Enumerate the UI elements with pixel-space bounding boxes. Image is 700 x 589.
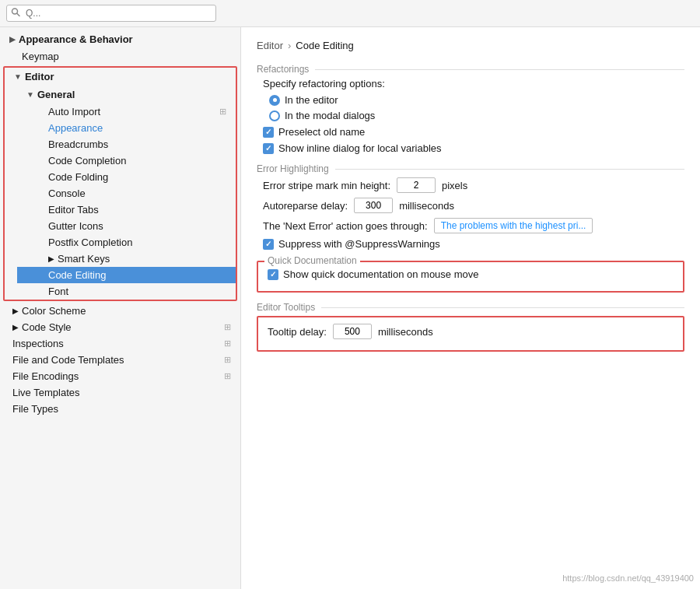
next-error-label: The 'Next Error' action goes through: bbox=[263, 220, 428, 232]
search-icon bbox=[11, 8, 20, 19]
tooltip-delay-row: Tooltip delay: milliseconds bbox=[268, 324, 674, 339]
autoreparse-unit: milliseconds bbox=[399, 200, 454, 212]
show-inline-label[interactable]: Show inline dialog for local variables bbox=[263, 142, 442, 154]
main-layout: ▶ Appearance & Behavior Keymap ▼ Editor … bbox=[0, 27, 700, 589]
next-error-dropdown[interactable]: The problems with the highest pri... bbox=[434, 218, 593, 233]
arrow-down-icon-general: ▼ bbox=[26, 90, 34, 99]
copy-icon-inspections: ⊞ bbox=[224, 338, 231, 349]
general-section: ▼ General Auto Import ⊞ Appearance Bread… bbox=[5, 86, 236, 300]
arrow-down-icon: ▼ bbox=[14, 72, 22, 81]
suppress-label[interactable]: Suppress with @SuppressWarnings bbox=[263, 238, 440, 250]
sidebar-item-code-folding[interactable]: Code Folding bbox=[17, 169, 236, 185]
autoreparse-row: Autoreparse delay: milliseconds bbox=[263, 198, 684, 213]
content-area: Editor › Code Editing Refactorings Speci… bbox=[241, 27, 700, 589]
show-quick-doc-label[interactable]: Show quick documentation on mouse move bbox=[268, 268, 478, 280]
suppress-checkbox[interactable] bbox=[263, 239, 274, 250]
sidebar-item-live-templates[interactable]: Live Templates bbox=[0, 384, 240, 401]
sidebar-item-color-scheme[interactable]: ▶ Color Scheme bbox=[0, 303, 240, 319]
sidebar-item-keymap[interactable]: Keymap bbox=[0, 48, 240, 65]
copy-icon-file-encodings: ⊞ bbox=[224, 371, 231, 381]
radio-group: In the editor In the modal dialogs bbox=[269, 94, 684, 121]
sidebar-item-file-encodings[interactable]: File Encodings ⊞ bbox=[0, 368, 240, 384]
editor-section: ▼ Editor ▼ General Auto Import ⊞ Appeara… bbox=[3, 66, 237, 301]
sidebar-item-code-style[interactable]: ▶ Code Style ⊞ bbox=[0, 319, 240, 335]
breadcrumb-parent: Editor bbox=[257, 40, 283, 51]
radio-btn-modal[interactable] bbox=[269, 110, 280, 121]
sidebar-item-font[interactable]: Font bbox=[17, 283, 236, 300]
suppress-row: Suppress with @SuppressWarnings bbox=[263, 238, 684, 250]
arrow-code-style-icon: ▶ bbox=[12, 323, 19, 331]
search-bar bbox=[0, 0, 700, 27]
sidebar-item-general[interactable]: ▼ General bbox=[17, 86, 236, 103]
error-stripe-label: Error stripe mark min height: bbox=[263, 180, 390, 191]
search-input[interactable] bbox=[6, 5, 216, 22]
tooltip-delay-input[interactable] bbox=[333, 324, 372, 339]
watermark: https://blog.csdn.net/qq_43919400 bbox=[562, 573, 694, 583]
refactorings-label: Refactorings bbox=[257, 64, 684, 75]
sidebar-item-postfix-completion[interactable]: Postfix Completion bbox=[17, 234, 236, 251]
sidebar-item-appearance[interactable]: Appearance bbox=[17, 120, 236, 136]
error-stripe-row: Error stripe mark min height: pixels bbox=[263, 177, 684, 193]
show-inline-checkbox[interactable] bbox=[263, 143, 274, 154]
arrow-smart-keys-icon: ▶ bbox=[48, 254, 54, 263]
sidebar-item-editor-tabs[interactable]: Editor Tabs bbox=[17, 202, 236, 218]
sidebar-label-appearance-behavior: Appearance & Behavior bbox=[19, 33, 133, 45]
copy-icon-code-style: ⊞ bbox=[224, 322, 231, 332]
sidebar-item-breadcrumbs[interactable]: Breadcrumbs bbox=[17, 136, 236, 153]
sidebar-item-gutter-icons[interactable]: Gutter Icons bbox=[17, 218, 236, 234]
quick-doc-section: Quick Documentation Show quick documenta… bbox=[257, 261, 684, 293]
sidebar-item-console[interactable]: Console bbox=[17, 185, 236, 202]
search-wrapper bbox=[6, 5, 216, 22]
sidebar: ▶ Appearance & Behavior Keymap ▼ Editor … bbox=[0, 27, 241, 589]
radio-in-editor[interactable]: In the editor bbox=[269, 94, 684, 106]
next-error-row: The 'Next Error' action goes through: Th… bbox=[263, 218, 684, 233]
error-highlighting-label: Error Highlighting bbox=[257, 163, 684, 174]
radio-in-modal[interactable]: In the modal dialogs bbox=[269, 110, 684, 121]
sidebar-item-smart-keys[interactable]: ▶ Smart Keys bbox=[17, 251, 236, 267]
preselect-label[interactable]: Preselect old name bbox=[263, 126, 365, 138]
sidebar-item-code-completion[interactable]: Code Completion bbox=[17, 153, 236, 169]
sidebar-item-auto-import[interactable]: Auto Import ⊞ bbox=[17, 103, 236, 120]
error-stripe-input[interactable] bbox=[397, 177, 436, 193]
preselect-row: Preselect old name bbox=[263, 126, 684, 138]
arrow-icon: ▶ bbox=[9, 35, 16, 44]
tooltip-delay-unit: milliseconds bbox=[378, 326, 433, 338]
copy-icon-file-templates: ⊞ bbox=[224, 355, 231, 365]
show-quick-doc-checkbox[interactable] bbox=[268, 269, 278, 280]
svg-line-1 bbox=[17, 13, 19, 16]
breadcrumb-separator: › bbox=[288, 40, 291, 51]
editor-tooltips-label: Editor Tooltips bbox=[257, 302, 684, 313]
radio-btn-editor[interactable] bbox=[269, 95, 280, 106]
autoreparse-input[interactable] bbox=[354, 198, 393, 213]
show-inline-row: Show inline dialog for local variables bbox=[263, 142, 684, 154]
tooltip-section: Tooltip delay: milliseconds bbox=[257, 316, 684, 352]
error-stripe-unit: pixels bbox=[442, 180, 467, 191]
sidebar-item-appearance-behavior[interactable]: ▶ Appearance & Behavior bbox=[0, 30, 240, 48]
quick-doc-row: Show quick documentation on mouse move bbox=[268, 268, 674, 280]
sidebar-item-inspections[interactable]: Inspections ⊞ bbox=[0, 335, 240, 352]
tooltip-delay-label: Tooltip delay: bbox=[268, 326, 327, 338]
specify-label: Specify refactoring options: bbox=[263, 78, 684, 89]
breadcrumb: Editor › Code Editing bbox=[257, 40, 684, 51]
sidebar-item-file-code-templates[interactable]: File and Code Templates ⊞ bbox=[0, 352, 240, 368]
preselect-checkbox[interactable] bbox=[263, 127, 274, 138]
arrow-color-scheme-icon: ▶ bbox=[12, 307, 19, 315]
copy-icon: ⊞ bbox=[219, 107, 226, 117]
quick-doc-section-label: Quick Documentation bbox=[264, 255, 360, 266]
sidebar-item-editor[interactable]: ▼ Editor bbox=[5, 68, 236, 86]
sidebar-item-file-types[interactable]: File Types bbox=[0, 401, 240, 417]
breadcrumb-current: Code Editing bbox=[296, 40, 353, 51]
autoreparse-label: Autoreparse delay: bbox=[263, 200, 348, 212]
sidebar-item-code-editing[interactable]: Code Editing bbox=[17, 267, 236, 283]
